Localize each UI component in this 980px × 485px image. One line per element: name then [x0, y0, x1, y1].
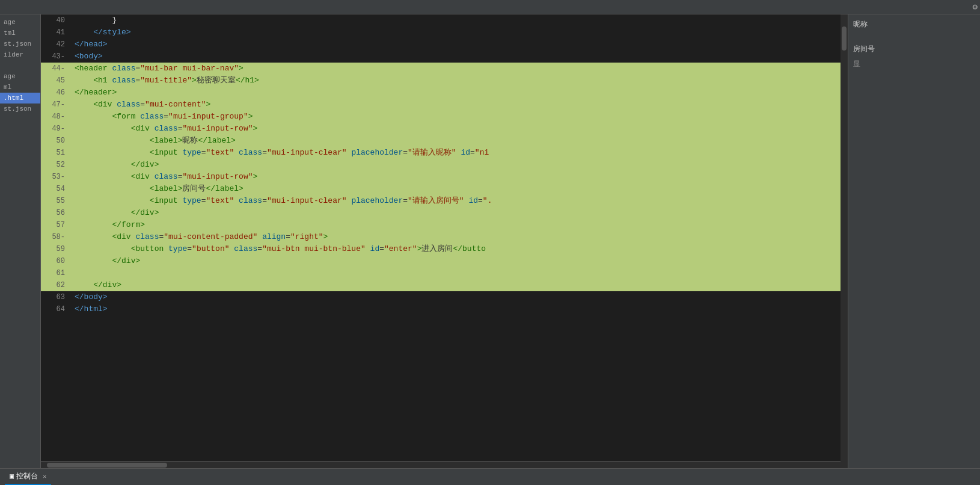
v-scrollbar-thumb[interactable]	[842, 26, 847, 51]
file-item-tml1[interactable]: tml	[0, 28, 40, 39]
console-tab-badge: ✕	[43, 473, 46, 480]
file-item-blank	[0, 60, 40, 71]
code-line-41: 41 </style>	[41, 26, 841, 39]
code-line-60: 60 </div>	[41, 255, 841, 267]
console-tab-label: 控制台	[16, 471, 38, 481]
right-panel: 昵称 房间号 显	[848, 14, 980, 468]
file-item-ml[interactable]: ml	[0, 82, 40, 93]
code-line-43: 43- <body>	[41, 51, 841, 63]
code-line-50: 50 <label>昵称</label>	[41, 135, 841, 147]
code-line-46: 46 </header>	[41, 87, 841, 99]
code-line-63: 63 </body>	[41, 291, 841, 303]
code-area[interactable]: 40 } 41 </style> 42 </head> 43- <body> 4	[41, 14, 841, 461]
code-line-53: 53- <div class="mui-input-row">	[41, 171, 841, 183]
file-item-age1[interactable]: age	[0, 17, 40, 28]
horizontal-scrollbar[interactable]	[41, 461, 841, 468]
right-panel-nickname-label: 昵称	[853, 19, 975, 29]
main-content-row: age tml st.json ilder age ml .html st.js…	[0, 14, 980, 468]
vertical-scrollbar[interactable]	[841, 14, 848, 468]
code-line-52: 52 </div>	[41, 159, 841, 171]
code-line-59: 59 <button type="button" class="mui-btn …	[41, 243, 841, 255]
code-line-64: 64 </html>	[41, 303, 841, 315]
right-panel-roomno-value: 显	[853, 59, 975, 69]
code-line-44: 44- <header class="mui-bar mui-bar-nav">	[41, 63, 841, 75]
code-line-58: 58- <div class="mui-content-padded" alig…	[41, 231, 841, 243]
code-editor: 40 } 41 </style> 42 </head> 43- <body> 4	[41, 14, 841, 468]
file-item-html[interactable]: .html	[0, 93, 40, 103]
file-tree-panel: age tml st.json ilder age ml .html st.js…	[0, 14, 41, 468]
code-line-55: 55 <input type="text" class="mui-input-c…	[41, 195, 841, 207]
code-line-45: 45 <h1 class="mui-title">秘密聊天室</h1>	[41, 75, 841, 87]
code-line-62: 62 </div>	[41, 279, 841, 291]
file-item-stj2[interactable]: st.json	[0, 103, 40, 114]
file-item-ilder[interactable]: ilder	[0, 49, 40, 60]
h-scrollbar-thumb[interactable]	[47, 463, 167, 468]
code-line-47: 47- <div class="mui-content">	[41, 99, 841, 111]
code-line-42: 42 </head>	[41, 39, 841, 51]
top-bar: ⚙	[0, 0, 980, 14]
code-line-48: 48- <form class="mui-input-group">	[41, 111, 841, 123]
code-line-49: 49- <div class="mui-input-row">	[41, 123, 841, 135]
console-tab[interactable]: ▣ 控制台 ✕	[5, 469, 51, 485]
code-line-56: 56 </div>	[41, 207, 841, 219]
code-line-61: 61	[41, 267, 841, 279]
gear-icon[interactable]: ⚙	[973, 2, 978, 12]
file-item-stj1[interactable]: st.json	[0, 39, 40, 49]
code-line-40: 40 }	[41, 14, 841, 26]
file-item-age2[interactable]: age	[0, 71, 40, 82]
code-line-54: 54 <label>房间号</label>	[41, 183, 841, 195]
console-bar: ▣ 控制台 ✕	[0, 468, 980, 485]
console-tab-icon: ▣	[10, 472, 14, 481]
code-line-57: 57 </form>	[41, 219, 841, 231]
right-panel-roomno-label: 房间号	[853, 44, 975, 54]
code-line-51: 51 <input type="text" class="mui-input-c…	[41, 147, 841, 159]
